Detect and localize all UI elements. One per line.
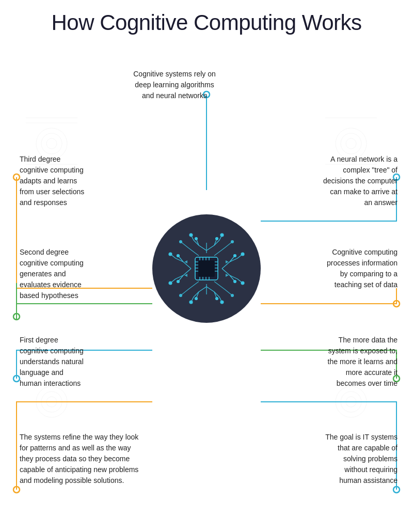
svg-point-47 <box>180 240 182 243</box>
box-bot-right: The more data the system is exposed to, … <box>294 335 398 389</box>
svg-point-39 <box>169 253 172 256</box>
box-mid-left: Second degree cognitive computing genera… <box>20 247 120 301</box>
svg-point-8 <box>46 397 57 407</box>
svg-point-11 <box>346 397 356 407</box>
svg-point-23 <box>393 301 400 307</box>
svg-rect-52 <box>198 260 215 277</box>
svg-point-26 <box>13 487 20 493</box>
diagram-container: Cognitive systems rely on deep learning … <box>0 40 413 526</box>
svg-point-27 <box>393 487 400 493</box>
svg-point-41 <box>177 254 180 257</box>
svg-point-24 <box>13 375 20 382</box>
box-top-left: Third degree cognitive computing adapts … <box>20 154 120 208</box>
svg-point-40 <box>169 281 172 285</box>
page-title: How Cognitive Computing Works <box>0 0 413 40</box>
svg-point-4 <box>341 133 361 154</box>
box-mid-right: Cognitive computing processes informatio… <box>294 247 398 290</box>
svg-point-19 <box>13 174 20 180</box>
svg-point-9 <box>336 386 367 417</box>
box-bot-left: First degree cognitive computing underst… <box>20 335 120 389</box>
svg-point-43 <box>241 253 244 256</box>
svg-point-34 <box>216 237 218 240</box>
svg-point-50 <box>231 294 234 296</box>
svg-point-5 <box>346 138 356 149</box>
svg-point-7 <box>41 392 62 412</box>
svg-point-1 <box>41 133 62 154</box>
svg-point-48 <box>231 240 234 243</box>
box-top-center: Cognitive systems rely on deep learning … <box>123 69 226 101</box>
svg-point-2 <box>46 138 57 149</box>
svg-point-49 <box>180 294 182 296</box>
svg-point-6 <box>36 386 67 417</box>
svg-point-21 <box>13 314 20 320</box>
box-top-right: A neural network is a complex "tree" of … <box>294 154 398 208</box>
box-bottom-right: The goal is IT systems that are capable … <box>294 432 398 486</box>
svg-point-45 <box>234 254 236 257</box>
svg-point-31 <box>189 233 193 237</box>
svg-point-44 <box>241 281 244 285</box>
svg-point-42 <box>177 280 180 283</box>
box-bottom-left: The systems refine the way they look for… <box>20 432 180 486</box>
svg-point-32 <box>220 233 224 237</box>
svg-point-37 <box>195 297 198 300</box>
center-chip-image <box>150 212 263 325</box>
svg-point-38 <box>216 297 218 300</box>
svg-point-35 <box>189 301 193 304</box>
svg-point-36 <box>220 301 224 304</box>
svg-point-10 <box>341 392 361 412</box>
svg-point-33 <box>195 237 198 240</box>
svg-point-46 <box>234 280 236 283</box>
